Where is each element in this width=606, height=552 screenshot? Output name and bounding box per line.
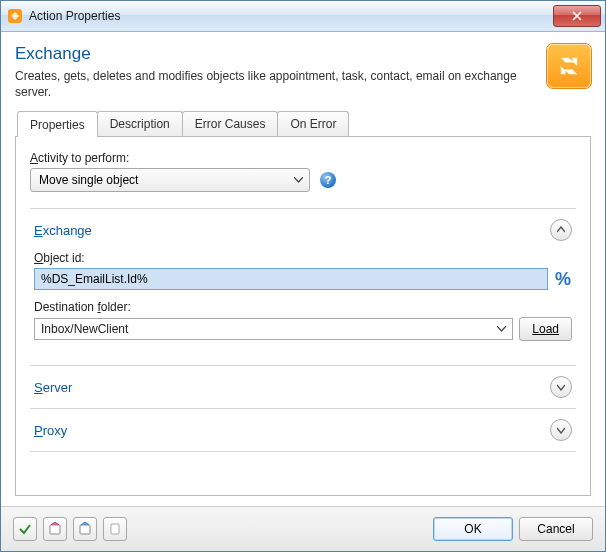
help-icon[interactable]: ?: [320, 172, 336, 188]
svg-rect-1: [50, 525, 60, 534]
panel-exchange: Exchange Object id: % Destinat: [30, 208, 576, 365]
panel-server-hotkey: S: [34, 380, 43, 395]
ok-button[interactable]: OK: [433, 517, 513, 541]
panel-server-text: erver: [43, 380, 73, 395]
destination-dropdown[interactable]: Inbox/NewClient: [34, 318, 513, 340]
tab-error-causes[interactable]: Error Causes: [182, 111, 279, 136]
panel-proxy-header[interactable]: Proxy: [34, 419, 572, 441]
app-icon: [7, 8, 23, 24]
tab-description[interactable]: Description: [97, 111, 183, 136]
activity-label-hotkey: A: [30, 151, 38, 165]
panel-exchange-body: Object id: % Destination folder: Inbox/N…: [34, 241, 572, 355]
activity-dropdown[interactable]: Move single object: [30, 168, 310, 192]
destination-pre: Destination: [34, 300, 97, 314]
window-title: Action Properties: [29, 9, 553, 23]
panel-proxy-hotkey: P: [34, 423, 43, 438]
activity-value: Move single object: [39, 173, 138, 187]
page-description: Creates, gets, deletes and modifies obje…: [15, 68, 537, 100]
panel-exchange-text: xchange: [43, 223, 92, 238]
titlebar: Action Properties: [1, 1, 605, 32]
panel-server-header[interactable]: Server: [34, 376, 572, 398]
activity-label-text: ctivity to perform:: [38, 151, 129, 165]
cancel-button[interactable]: Cancel: [519, 517, 593, 541]
destination-post: older:: [101, 300, 131, 314]
document-tool-button[interactable]: [103, 517, 127, 541]
destination-label: Destination folder:: [34, 300, 572, 314]
tab-on-error[interactable]: On Error: [277, 111, 349, 136]
expand-button[interactable]: [550, 419, 572, 441]
exchange-logo-icon: [547, 44, 591, 88]
panel-proxy-text: roxy: [43, 423, 68, 438]
panel-exchange-header[interactable]: Exchange: [34, 219, 572, 241]
panel-proxy-title: Proxy: [34, 423, 67, 438]
svg-rect-3: [111, 524, 119, 534]
chevron-down-icon: [497, 326, 506, 332]
panel-server-title: Server: [34, 380, 72, 395]
edit-tool-button[interactable]: [43, 517, 67, 541]
page-title: Exchange: [15, 44, 537, 64]
record-tool-button[interactable]: [73, 517, 97, 541]
load-button-label: Load: [532, 322, 559, 336]
dialog-footer: OK Cancel: [1, 506, 605, 551]
dialog-body: Exchange Creates, gets, deletes and modi…: [1, 32, 605, 506]
validate-tool-button[interactable]: [13, 517, 37, 541]
tab-strip: Properties Description Error Causes On E…: [15, 110, 591, 137]
tab-properties[interactable]: Properties: [17, 111, 98, 137]
destination-value: Inbox/NewClient: [41, 322, 128, 336]
object-id-text: bject id:: [43, 251, 84, 265]
close-button[interactable]: [553, 5, 601, 27]
activity-row: Move single object ?: [30, 168, 576, 192]
destination-row: Inbox/NewClient Load: [34, 317, 572, 341]
object-id-label: Object id:: [34, 251, 572, 265]
expand-button[interactable]: [550, 376, 572, 398]
activity-label: Activity to perform:: [30, 151, 576, 165]
activity-combo-wrap: Move single object: [30, 168, 310, 192]
svg-rect-2: [80, 525, 90, 534]
panel-exchange-title: Exchange: [34, 223, 92, 238]
tab-content: Activity to perform: Move single object …: [15, 137, 591, 496]
header-text: Exchange Creates, gets, deletes and modi…: [15, 44, 537, 100]
collapse-button[interactable]: [550, 219, 572, 241]
panel-proxy: Proxy: [30, 408, 576, 452]
panel-exchange-hotkey: E: [34, 223, 43, 238]
percent-icon[interactable]: %: [554, 269, 572, 290]
object-id-hotkey: O: [34, 251, 43, 265]
object-id-input[interactable]: [34, 268, 548, 290]
load-button[interactable]: Load: [519, 317, 572, 341]
dialog-window: Action Properties Exchange Creates, gets…: [0, 0, 606, 552]
panel-server: Server: [30, 365, 576, 408]
object-id-row: %: [34, 268, 572, 290]
header-row: Exchange Creates, gets, deletes and modi…: [15, 44, 591, 100]
